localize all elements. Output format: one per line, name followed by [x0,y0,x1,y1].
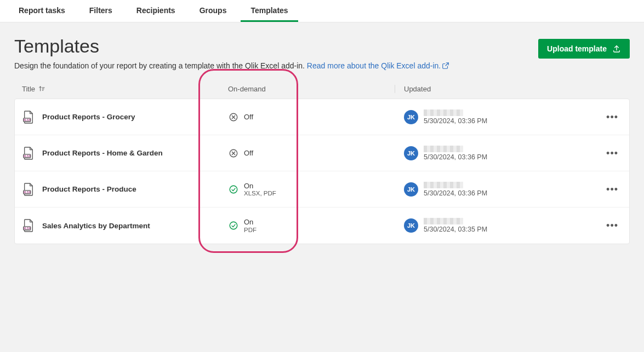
tab-recipients[interactable]: Recipients [127,0,185,22]
status-icon [229,221,238,230]
page-header: Templates Design the foundation of your … [0,22,644,79]
page-description: Design the foundation of your report by … [14,61,538,70]
column-header-title[interactable]: Title [22,85,214,93]
status-icon [229,184,238,194]
svg-text:XLSX: XLSX [24,190,31,193]
svg-text:XLSX: XLSX [24,227,31,230]
more-icon: ••• [606,112,618,123]
table-row[interactable]: XLSX Product Reports - Produce On XLSX, … [15,171,629,207]
more-icon: ••• [606,184,618,195]
ondemand-status: Off [244,149,253,158]
table-row[interactable]: XLSX Product Reports - Home & Garden Off… [15,135,629,171]
avatar: JK [404,110,418,124]
page-title: Templates [14,36,538,57]
xlsx-file-icon: XLSX [22,110,35,124]
table-row[interactable]: XLSX Sales Analytics by Department On PD… [15,207,629,244]
tab-report-tasks[interactable]: Report tasks [9,0,75,22]
template-title: Product Reports - Produce [42,185,136,193]
ondemand-formats: PDF [244,227,257,233]
table-header: Title On-demand Updated [14,79,630,99]
user-name-redacted [424,146,463,152]
updated-timestamp: 5/30/2024, 03:36 PM [424,189,487,197]
ondemand-formats: XLSX, PDF [244,190,276,197]
more-actions-button[interactable]: ••• [603,182,622,197]
upload-button-label: Upload template [547,44,607,53]
xlsx-file-icon: XLSX [22,146,35,160]
more-icon: ••• [606,148,618,159]
avatar: JK [404,218,418,233]
status-icon [229,148,238,158]
more-actions-button[interactable]: ••• [603,146,622,160]
upload-template-button[interactable]: Upload template [538,39,630,59]
more-actions-button[interactable]: ••• [603,218,622,233]
read-more-link[interactable]: Read more about the Qlik Excel add-in. [307,61,449,70]
updated-timestamp: 5/30/2024, 03:36 PM [424,153,487,161]
template-title: Product Reports - Grocery [42,113,135,121]
svg-point-17 [230,186,237,193]
updated-timestamp: 5/30/2024, 03:36 PM [424,117,487,125]
updated-timestamp: 5/30/2024, 03:35 PM [424,226,487,233]
column-header-updated[interactable]: Updated [395,85,589,93]
user-name-redacted [424,109,463,116]
external-link-icon [442,62,449,70]
more-icon: ••• [606,220,618,231]
xlsx-file-icon: XLSX [22,218,35,233]
table-row[interactable]: XLSX Product Reports - Grocery Off JK 5/… [15,99,629,135]
avatar: JK [404,146,418,160]
upload-icon [612,44,621,53]
tab-templates[interactable]: Templates [241,0,298,22]
ondemand-status: Off [244,113,253,122]
tab-groups[interactable]: Groups [190,0,237,22]
ondemand-status: On [244,182,276,191]
tab-filters[interactable]: Filters [79,0,122,22]
template-title: Sales Analytics by Department [42,222,150,230]
template-title: Product Reports - Home & Garden [42,149,163,157]
avatar: JK [404,182,418,197]
svg-point-20 [230,222,237,229]
more-actions-button[interactable]: ••• [603,110,622,124]
user-name-redacted [424,218,463,224]
svg-text:XLSX: XLSX [24,118,31,121]
sort-icon [38,85,45,92]
xlsx-file-icon: XLSX [22,182,35,197]
svg-text:XLSX: XLSX [24,154,31,157]
column-header-ondemand[interactable]: On-demand [214,85,395,93]
top-tabs: Report tasks Filters Recipients Groups T… [0,0,644,22]
description-text: Design the foundation of your report by … [14,61,307,70]
status-icon [229,112,238,122]
table-body: XLSX Product Reports - Grocery Off JK 5/… [14,99,630,244]
user-name-redacted [424,182,463,188]
ondemand-status: On [244,218,257,227]
